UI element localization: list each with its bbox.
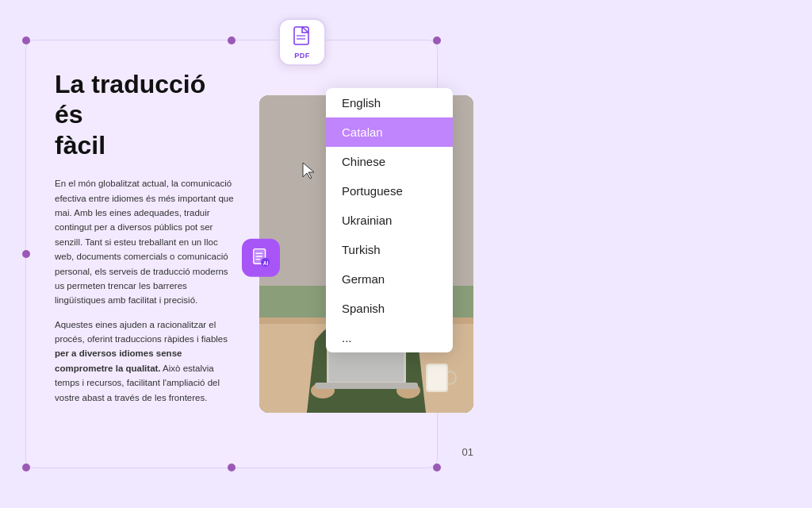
document-body: En el món globalitzat actual, la comunic… — [55, 176, 234, 405]
page-number: 01 — [462, 446, 473, 458]
lang-item-turkish[interactable]: Turkish — [326, 235, 453, 264]
lang-item-portuguese[interactable]: Portuguese — [326, 176, 453, 206]
lang-item-ukrainian[interactable]: Ukrainian — [326, 206, 453, 235]
handle-bottom-right[interactable] — [433, 464, 441, 471]
ai-doc-icon: AI — [251, 248, 271, 268]
handle-middle-left[interactable] — [22, 250, 30, 258]
pdf-icon — [291, 25, 313, 52]
lang-item-dotsdotsdots[interactable]: ... — [326, 323, 453, 352]
text-section: La traducció és fàcil En el món globalit… — [26, 40, 256, 468]
lang-item-chinese[interactable]: Chinese — [326, 147, 453, 176]
document-title: La traducció és fàcil — [55, 69, 234, 160]
document-card: La traducció és fàcil En el món globalit… — [25, 40, 438, 468]
ai-badge[interactable]: AI — [242, 239, 280, 277]
svg-text:AI: AI — [263, 260, 269, 266]
lang-item-german[interactable]: German — [326, 264, 453, 294]
handle-top-left[interactable] — [22, 37, 30, 44]
svg-rect-19 — [315, 383, 418, 389]
language-dropdown: EnglishCatalanChinesePortugueseUkrainian… — [326, 88, 453, 352]
lang-item-catalan[interactable]: Catalan — [326, 117, 453, 147]
svg-rect-21 — [427, 365, 446, 391]
handle-bottom-left[interactable] — [22, 464, 30, 471]
lang-item-english[interactable]: English — [326, 88, 453, 117]
handle-top-middle[interactable] — [228, 37, 236, 44]
pdf-label: PDF — [294, 52, 310, 60]
scene: La traducció és fàcil En el món globalit… — [25, 24, 787, 484]
handle-top-right[interactable] — [433, 37, 441, 44]
handle-bottom-middle[interactable] — [228, 464, 236, 471]
pdf-button[interactable]: PDF — [278, 18, 326, 66]
lang-item-spanish[interactable]: Spanish — [326, 294, 453, 323]
